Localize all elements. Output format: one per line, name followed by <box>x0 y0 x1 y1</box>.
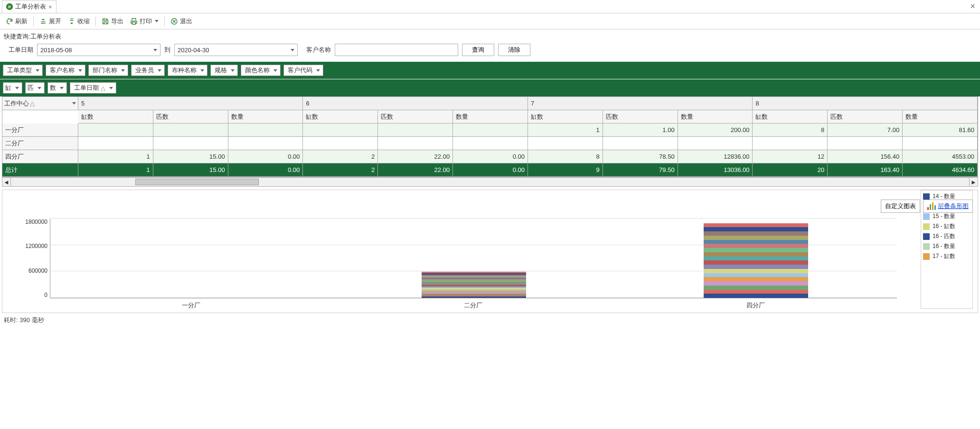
exit-button[interactable]: 退出 <box>168 16 195 27</box>
data-cell[interactable]: 1.00 <box>603 124 678 137</box>
data-cell[interactable]: 1 <box>78 150 153 163</box>
filter-chip[interactable]: 工单类型 <box>3 65 43 76</box>
data-cell[interactable]: 2 <box>303 150 378 163</box>
data-cell[interactable] <box>228 137 303 150</box>
sub-header[interactable]: 数量 <box>678 110 753 124</box>
data-cell[interactable]: 156.40 <box>828 150 903 163</box>
data-cell[interactable]: 4553.00 <box>903 150 978 163</box>
data-cell[interactable]: 8 <box>753 124 828 137</box>
chevron-down-icon <box>76 69 83 72</box>
expand-button[interactable]: 展开 <box>37 16 64 27</box>
window-close-icon[interactable]: × <box>970 1 975 11</box>
data-cell[interactable] <box>378 137 453 150</box>
sub-header[interactable]: 匹数 <box>378 110 453 124</box>
row-label[interactable]: 二分厂 <box>2 137 78 150</box>
sub-header[interactable]: 数量 <box>453 110 528 124</box>
sub-header[interactable]: 匹数 <box>603 110 678 124</box>
filter-chip-small[interactable]: 数 <box>47 82 67 94</box>
plot-area <box>50 219 897 298</box>
horizontal-scrollbar[interactable]: ◄ ► <box>2 177 978 187</box>
row-label[interactable]: 一分厂 <box>2 124 78 137</box>
sub-header[interactable]: 数量 <box>903 110 978 124</box>
date-from-input[interactable]: 2018-05-08 <box>37 44 160 56</box>
sub-header[interactable]: 数量 <box>228 110 303 124</box>
data-cell[interactable]: 81.60 <box>903 124 978 137</box>
chart-type-link[interactable]: 层叠条形图 <box>923 200 973 213</box>
filter-chip[interactable]: 客户代码 <box>283 65 323 76</box>
tab-active[interactable]: ⊕ 工单分析表 × <box>2 0 57 13</box>
chevron-down-icon <box>272 69 278 72</box>
refresh-button[interactable]: 刷新 <box>3 16 30 27</box>
filter-chip-small[interactable]: 缸 <box>3 82 22 94</box>
scroll-thumb[interactable] <box>135 179 259 185</box>
filter-chip[interactable]: 客户名称 <box>46 65 85 76</box>
sub-header[interactable]: 匹数 <box>828 110 903 124</box>
custom-chart-button[interactable]: 自定义图表 <box>881 200 920 213</box>
expand-label: 展开 <box>49 17 61 26</box>
sub-header[interactable]: 缸数 <box>78 110 153 124</box>
clear-button[interactable]: 清除 <box>498 44 530 56</box>
data-cell[interactable] <box>528 137 603 150</box>
data-cell[interactable] <box>753 137 828 150</box>
legend-swatch <box>923 223 930 230</box>
row-label[interactable]: 四分厂 <box>2 150 78 163</box>
data-cell[interactable]: 12 <box>753 150 828 163</box>
data-cell[interactable]: 0.00 <box>228 150 303 163</box>
data-cell[interactable]: 7.00 <box>828 124 903 137</box>
scroll-left-icon[interactable]: ◄ <box>2 178 11 186</box>
data-cell[interactable]: 12836.00 <box>678 150 753 163</box>
filter-chip[interactable]: 布种名称 <box>168 65 207 76</box>
month-header[interactable]: 5 <box>78 97 303 110</box>
data-cell[interactable]: 8 <box>528 150 603 163</box>
sub-header[interactable]: 匹数 <box>153 110 228 124</box>
data-cell[interactable] <box>303 137 378 150</box>
filter-chip-date[interactable]: 工单日期△ <box>70 82 116 94</box>
filter-chip[interactable]: 规格 <box>210 65 238 76</box>
chevron-down-icon <box>119 69 126 72</box>
print-button[interactable]: 打印 <box>127 16 161 27</box>
bar <box>704 223 808 298</box>
filter-chip[interactable]: 颜色名称 <box>241 65 281 76</box>
x-tick: 一分厂 <box>182 301 200 310</box>
data-cell[interactable] <box>678 137 753 150</box>
data-cell[interactable]: 15.00 <box>153 150 228 163</box>
data-cell[interactable] <box>78 137 153 150</box>
data-cell[interactable] <box>453 124 528 137</box>
data-cell[interactable] <box>903 137 978 150</box>
scroll-right-icon[interactable]: ► <box>969 178 978 186</box>
data-cell[interactable]: 0.00 <box>453 150 528 163</box>
search-button[interactable]: 查询 <box>462 44 494 56</box>
export-button[interactable]: 导出 <box>99 16 126 27</box>
date-to-input[interactable]: 2020-04-30 <box>174 44 298 56</box>
filter-chip[interactable]: 部门名称 <box>88 65 128 76</box>
data-cell[interactable]: 22.00 <box>378 150 453 163</box>
data-cell[interactable]: 1 <box>528 124 603 137</box>
export-label: 导出 <box>111 17 123 26</box>
data-cell[interactable]: 200.00 <box>678 124 753 137</box>
data-cell[interactable] <box>378 124 453 137</box>
sub-header[interactable]: 缸数 <box>528 110 603 124</box>
month-header[interactable]: 6 <box>303 97 528 110</box>
collapse-button[interactable]: 收缩 <box>65 16 93 27</box>
sub-header[interactable]: 缸数 <box>303 110 378 124</box>
query-row: 工单日期 2018-05-08 到 2020-04-30 客户名称 查询 清除 <box>0 42 980 62</box>
filter-chip[interactable]: 业务员 <box>131 65 165 76</box>
data-cell[interactable] <box>603 137 678 150</box>
month-header[interactable]: 7 <box>528 97 753 110</box>
sub-header[interactable]: 缸数 <box>753 110 828 124</box>
data-cell[interactable] <box>153 124 228 137</box>
data-cell[interactable] <box>78 124 153 137</box>
close-icon[interactable]: × <box>48 3 52 10</box>
filter-label: 缸 <box>5 84 11 92</box>
data-cell[interactable] <box>453 137 528 150</box>
data-cell[interactable]: 78.50 <box>603 150 678 163</box>
customer-input[interactable] <box>335 44 458 56</box>
filter-chip-small[interactable]: 匹 <box>25 82 45 94</box>
data-cell[interactable] <box>303 124 378 137</box>
grid-corner[interactable]: 工作中心△ <box>2 97 78 110</box>
month-header[interactable]: 8 <box>753 97 978 110</box>
data-cell[interactable] <box>228 124 303 137</box>
data-cell[interactable] <box>153 137 228 150</box>
collapse-label: 收缩 <box>77 17 90 26</box>
data-cell[interactable] <box>828 137 903 150</box>
